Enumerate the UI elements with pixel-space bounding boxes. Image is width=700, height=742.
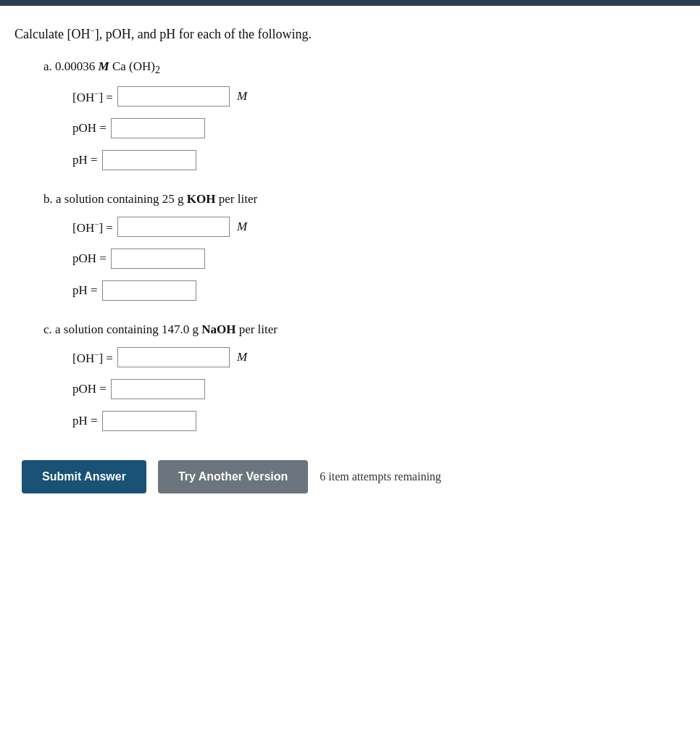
part-a-ph-input[interactable] (102, 150, 196, 170)
part-a-oh-input[interactable] (117, 86, 230, 107)
part-c-ph-label: pH = (72, 414, 98, 428)
part-a-oh-row: [OH−] = M (72, 86, 678, 107)
part-a-poh-label: pOH = (72, 121, 107, 136)
part-b-ph-label: pH = (72, 283, 98, 298)
part-c-oh-row: [OH−] = M (72, 347, 678, 367)
part-a-poh-input[interactable] (111, 118, 205, 138)
part-a-poh-row: pOH = (72, 118, 678, 138)
part-a-ph-row: pH = (72, 150, 678, 170)
part-a-label: a. 0.00036 M Ca (OH)2 (43, 59, 678, 76)
try-another-button[interactable]: Try Another Version (158, 460, 308, 493)
part-b-label: b. a solution containing 25 g KOH per li… (43, 192, 678, 207)
part-b-oh-input[interactable] (117, 217, 230, 237)
part-a-ph-label: pH = (72, 153, 98, 167)
part-a-oh-unit: M (237, 89, 247, 104)
part-a: a. 0.00036 M Ca (OH)2 [OH−] = M pOH = pH… (43, 59, 678, 170)
part-b-oh-row: [OH−] = M (72, 217, 678, 237)
part-b-ph-row: pH = (72, 280, 678, 301)
part-b-oh-unit: M (237, 220, 247, 234)
part-b-poh-row: pOH = (72, 249, 678, 269)
attempts-remaining: 6 item attempts remaining (320, 470, 441, 483)
submit-button[interactable]: Submit Answer (22, 460, 146, 493)
part-b-poh-input[interactable] (111, 249, 205, 269)
part-b-poh-label: pOH = (72, 251, 107, 266)
part-c-poh-input[interactable] (111, 379, 205, 399)
main-question: Calculate [OH−], pOH, and pH for each of… (14, 26, 678, 42)
part-c-oh-label: [OH−] = (72, 350, 113, 366)
part-b-ph-input[interactable] (102, 280, 196, 301)
button-row: Submit Answer Try Another Version 6 item… (22, 460, 678, 493)
part-b-oh-label: [OH−] = (72, 220, 113, 235)
part-c-oh-input[interactable] (117, 347, 230, 367)
part-c-ph-row: pH = (72, 411, 678, 431)
part-c-poh-row: pOH = (72, 379, 678, 399)
top-bar (0, 0, 700, 6)
part-a-oh-label: [OH−] = (72, 89, 113, 105)
part-c-oh-unit: M (237, 350, 247, 364)
part-c-label: c. a solution containing 147.0 g NaOH pe… (43, 322, 678, 337)
part-c: c. a solution containing 147.0 g NaOH pe… (43, 322, 678, 431)
part-b: b. a solution containing 25 g KOH per li… (43, 192, 678, 301)
part-c-poh-label: pOH = (72, 382, 107, 396)
part-c-ph-input[interactable] (102, 411, 196, 431)
